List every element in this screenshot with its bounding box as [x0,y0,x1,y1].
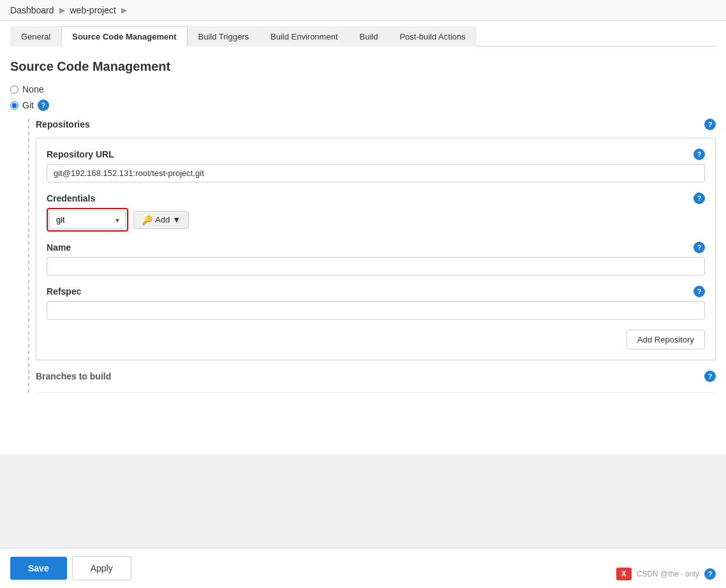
add-button-label: Add [155,215,170,224]
repo-url-label: Repository URL [47,149,114,159]
credentials-row: git ▼ 🔑 Add ▼ [47,208,705,232]
scm-none-label[interactable]: None [22,84,43,94]
branches-label-row: Branches to build ? [36,371,716,382]
add-dropdown-arrow: ▼ [172,215,181,224]
scm-radio-group: None Git ? [10,84,716,111]
breadcrumb-arrow-1: ▶ [59,6,65,15]
refspec-input[interactable] [47,301,705,320]
credentials-label-row: Credentials ? [47,193,705,204]
tab-build[interactable]: Build [349,26,389,47]
repo-url-input[interactable] [47,164,705,182]
repo-url-field: Repository URL ? [47,149,705,182]
add-repository-row: Add Repository [47,330,705,349]
scm-git-radio[interactable] [10,101,19,110]
scm-none-radio[interactable] [10,85,19,94]
scm-none-row: None [10,84,716,94]
repo-url-help-icon[interactable]: ? [693,149,705,160]
refspec-label-row: Refspec ? [47,286,705,297]
credentials-select-wrapper: git ▼ [47,208,128,232]
repositories-help-icon[interactable]: ? [704,119,716,130]
section-title: Source Code Management [10,59,716,74]
add-repository-button[interactable]: Add Repository [626,330,705,349]
breadcrumb-project[interactable]: web-project [70,5,116,15]
repositories-header-row: Repositories ? [36,119,716,130]
tabs-bar: General Source Code Management Build Tri… [10,21,716,47]
repositories-label: Repositories [36,119,90,129]
breadcrumb: Dashboard ▶ web-project ▶ [0,0,726,21]
tab-general[interactable]: General [10,26,61,47]
scm-git-label[interactable]: Git [22,100,34,110]
branches-section: Branches to build ? [36,371,716,393]
refspec-label: Refspec [47,286,81,297]
credentials-field: Credentials ? git ▼ 🔑 Add ▼ [47,193,705,232]
breadcrumb-dashboard[interactable]: Dashboard [10,5,54,15]
dashed-border [28,119,29,393]
credentials-label: Credentials [47,193,95,203]
branches-help-icon[interactable]: ? [704,371,716,382]
git-help-icon[interactable]: ? [38,99,49,111]
key-icon: 🔑 [142,215,152,225]
name-field: Name ? [47,242,705,276]
breadcrumb-arrow-2: ▶ [121,6,127,15]
name-help-icon[interactable]: ? [693,242,705,253]
refspec-help-icon[interactable]: ? [693,286,705,297]
tab-post-build-actions[interactable]: Post-build Actions [389,26,476,47]
branches-label: Branches to build [36,371,111,381]
repo-url-label-row: Repository URL ? [47,149,705,160]
scm-git-row: Git ? [10,99,716,111]
name-label-row: Name ? [47,242,705,253]
tab-build-environment[interactable]: Build Environment [260,26,349,47]
refspec-field: Refspec ? [47,286,705,320]
repositories-box: Repository URL ? Credentials ? git ▼ [36,138,716,360]
credentials-select[interactable]: git [49,210,126,229]
add-credentials-button[interactable]: 🔑 Add ▼ [133,211,189,229]
credentials-help-icon[interactable]: ? [693,193,705,204]
name-label: Name [47,242,71,253]
name-input[interactable] [47,257,705,276]
git-section: Repositories ? Repository URL ? Credenti… [23,119,716,393]
main-content: General Source Code Management Build Tri… [0,21,726,454]
tab-source-code-management[interactable]: Source Code Management [61,26,187,47]
tab-build-triggers[interactable]: Build Triggers [188,26,260,47]
